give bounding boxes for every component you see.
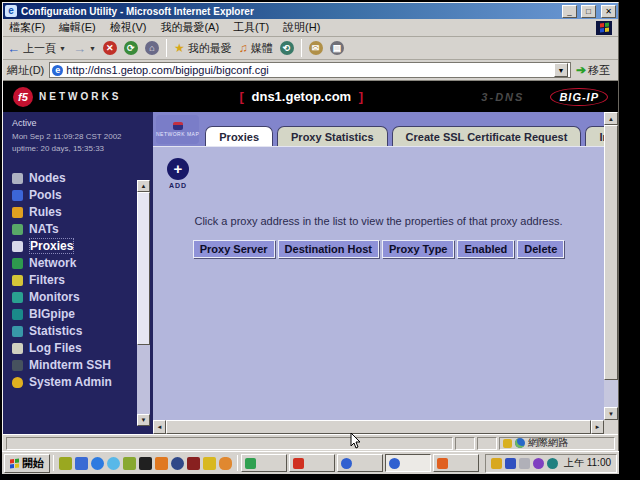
nats-icon [12, 224, 23, 235]
scroll-up-icon[interactable]: ▲ [604, 112, 618, 125]
maximize-button[interactable]: □ [581, 5, 596, 18]
sidebar-item-statistics[interactable]: Statistics [12, 323, 153, 340]
quick-launch-icon[interactable] [155, 457, 168, 470]
task-app-icon [341, 458, 352, 469]
menu-edit[interactable]: 編輯(E) [59, 20, 96, 35]
sidebar-item-log-files[interactable]: Log Files [12, 340, 153, 357]
home-button[interactable]: ⌂ [145, 41, 159, 55]
tab-create-ssl-certificate-request[interactable]: Create SSL Certificate Request [392, 126, 582, 146]
add-icon[interactable]: + [167, 158, 189, 180]
menu-view[interactable]: 檢視(V) [110, 20, 147, 35]
scroll-down-icon[interactable]: ▼ [137, 414, 150, 426]
quick-launch-icon[interactable] [187, 457, 200, 470]
tab-proxies[interactable]: Proxies [205, 126, 273, 146]
favorites-button[interactable]: ★ 我的最愛 [174, 41, 232, 56]
stop-button[interactable]: ✕ [103, 41, 117, 55]
tray-icon[interactable] [491, 458, 502, 469]
sidebar-item-network[interactable]: Network [12, 255, 153, 272]
sidebar-item-system-admin[interactable]: System Admin [12, 374, 153, 391]
go-button[interactable]: ➔ 移至 [576, 63, 614, 78]
tray-icon[interactable] [505, 458, 516, 469]
tray-icon[interactable] [533, 458, 544, 469]
tray-icon[interactable] [519, 458, 530, 469]
scrollbar-thumb[interactable] [166, 420, 591, 434]
sidebar-item-pools[interactable]: Pools [12, 187, 153, 204]
mail-button[interactable]: ✉ [309, 41, 323, 55]
start-button[interactable]: 開始 [4, 454, 50, 473]
address-url[interactable]: http://dns1.getop.com/bigipgui/bigconf.c… [66, 64, 551, 76]
vertical-scrollbar[interactable]: ▲ ▼ [604, 112, 618, 420]
quick-launch-icon[interactable] [123, 457, 136, 470]
back-dropdown-icon[interactable]: ▼ [59, 45, 66, 52]
scrollbar-thumb[interactable] [137, 192, 150, 345]
sidebar-item-proxies[interactable]: Proxies [12, 238, 153, 255]
menu-tools[interactable]: 工具(T) [233, 20, 269, 35]
scrollbar-corner [604, 420, 618, 434]
quick-launch-icon[interactable] [91, 457, 104, 470]
sidebar-item-monitors[interactable]: Monitors [12, 289, 153, 306]
task-window-button[interactable] [337, 454, 383, 472]
back-button[interactable]: ← 上一頁 ▼ [7, 41, 66, 56]
sidebar-item-rules[interactable]: Rules [12, 204, 153, 221]
scroll-right-icon[interactable]: ► [591, 420, 604, 434]
sidebar-item-nats[interactable]: NATs [12, 221, 153, 238]
system-uptime: uptime: 20 days, 15:35:33 [12, 143, 153, 155]
close-button[interactable]: ✕ [601, 5, 616, 18]
column-delete[interactable]: Delete [517, 240, 564, 258]
product-3dns-label: 3-DNS [481, 91, 524, 103]
quick-launch-icon[interactable] [171, 457, 184, 470]
tab-install-ssl-certificate[interactable]: Install SSL Certificate [585, 126, 604, 146]
column-proxy-server[interactable]: Proxy Server [193, 240, 275, 258]
forward-button[interactable]: → ▼ [73, 42, 96, 55]
quick-launch-icon[interactable] [219, 457, 232, 470]
address-dropdown-icon[interactable]: ▼ [554, 63, 568, 77]
minimize-button[interactable]: _ [562, 5, 577, 18]
add-proxy-control[interactable]: + ADD [165, 158, 191, 189]
sidebar-item-filters[interactable]: Filters [12, 272, 153, 289]
bracket-right: ] [359, 89, 363, 104]
column-enabled[interactable]: Enabled [457, 240, 514, 258]
column-proxy-type[interactable]: Proxy Type [382, 240, 455, 258]
sidebar-nav: Nodes Pools Rules NATs Proxies [12, 170, 153, 391]
tray-icon[interactable] [547, 458, 558, 469]
task-window-button[interactable] [289, 454, 335, 472]
media-button[interactable]: ♫ 媒體 [239, 41, 273, 56]
unit-status: Active [12, 117, 153, 131]
system-info: Active Mon Sep 2 11:09:28 CST 2002 uptim… [12, 117, 153, 156]
menu-favorites[interactable]: 我的最愛(A) [160, 20, 219, 35]
quick-launch-icon[interactable] [203, 457, 216, 470]
scroll-down-icon[interactable]: ▼ [604, 407, 618, 420]
task-window-button-active[interactable] [385, 454, 431, 472]
tab-proxy-statistics[interactable]: Proxy Statistics [277, 126, 388, 146]
quick-launch-icon[interactable] [59, 457, 72, 470]
ie-window-icon: e [5, 5, 17, 17]
history-button[interactable]: ⟲ [280, 41, 294, 55]
task-window-button[interactable] [433, 454, 479, 472]
quick-launch-icon[interactable] [75, 457, 88, 470]
instruction-text: Click a proxy address in the list to vie… [165, 215, 592, 227]
address-label: 網址(D) [7, 63, 44, 78]
rules-icon [12, 207, 23, 218]
task-window-button[interactable] [241, 454, 287, 472]
scroll-left-icon[interactable]: ◄ [153, 420, 166, 434]
title-bar[interactable]: e Configuration Utility - Microsoft Inte… [3, 3, 618, 19]
sidebar-item-bigpipe[interactable]: BIGpipe [12, 306, 153, 323]
task-app-icon [245, 458, 256, 469]
address-input[interactable]: e http://dns1.getop.com/bigipgui/bigconf… [49, 62, 571, 78]
column-destination-host[interactable]: Destination Host [278, 240, 379, 258]
browser-toolbar: ← 上一頁 ▼ → ▼ ✕ ⟳ ⌂ ★ 我的最愛 ♫ 媒體 ⟲ ✉ ▤ [3, 37, 618, 60]
refresh-button[interactable]: ⟳ [124, 41, 138, 55]
menu-file[interactable]: 檔案(F) [9, 20, 45, 35]
sidebar-item-mindterm-ssh[interactable]: Mindterm SSH [12, 357, 153, 374]
horizontal-scrollbar[interactable]: ◄ ► [153, 420, 604, 434]
quick-launch-icon[interactable] [139, 457, 152, 470]
scrollbar-thumb[interactable] [604, 125, 618, 380]
forward-dropdown-icon[interactable]: ▼ [89, 45, 96, 52]
network-map-button[interactable]: NETWORK MAP [156, 115, 199, 144]
print-button[interactable]: ▤ [330, 41, 344, 55]
sidebar-item-nodes[interactable]: Nodes [12, 170, 153, 187]
sidebar-scrollbar[interactable]: ▲ ▼ [137, 180, 150, 426]
menu-help[interactable]: 說明(H) [283, 20, 320, 35]
quick-launch-icon[interactable] [107, 457, 120, 470]
scroll-up-icon[interactable]: ▲ [137, 180, 150, 192]
